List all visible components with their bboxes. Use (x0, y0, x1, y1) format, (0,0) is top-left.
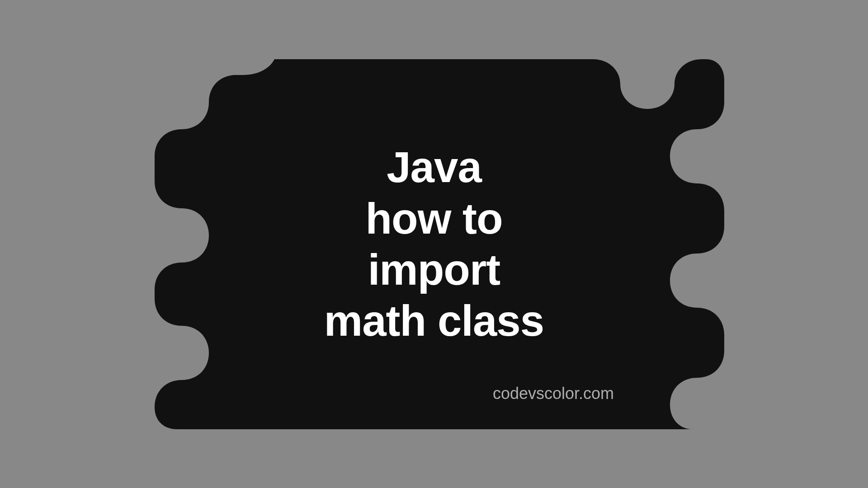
title-block: Java how to import math class (105, 141, 763, 346)
title-line-3: import (105, 244, 763, 295)
graphic-card: Java how to import math class codevscolo… (105, 59, 763, 429)
title-line-4: math class (105, 295, 763, 346)
title-line-2: how to (105, 193, 763, 244)
watermark-text: codevscolor.com (493, 384, 614, 403)
title-line-1: Java (105, 141, 763, 192)
